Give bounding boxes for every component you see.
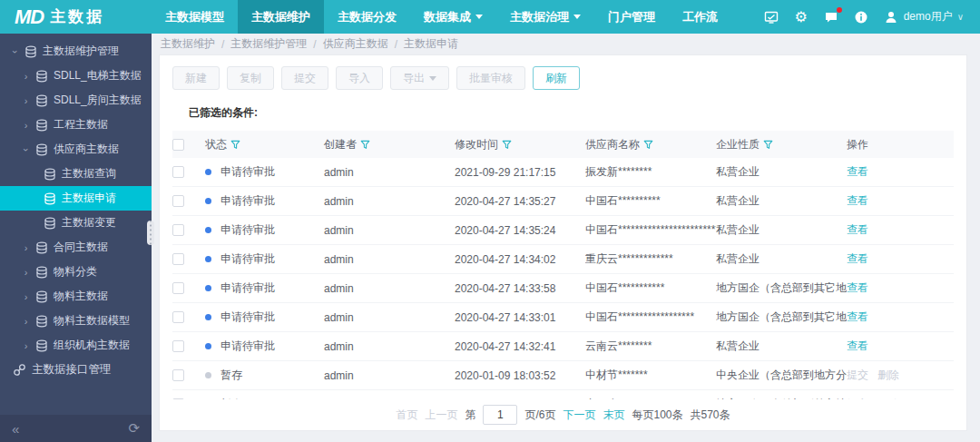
sidebar-item-label: SDLL_房间主数据 <box>54 93 142 108</box>
status-text: 申请待审批 <box>220 251 275 267</box>
row-checkbox[interactable] <box>172 224 184 236</box>
refresh-button[interactable]: 刷新 <box>533 66 580 90</box>
batch-audit-button[interactable]: 批量审核 <box>456 66 525 90</box>
sidebar-item-label: 主数据接口管理 <box>32 362 112 378</box>
chevron-down-icon[interactable]: › <box>10 47 21 55</box>
filter-funnel-icon[interactable] <box>643 140 653 150</box>
sidebar-item-master-data-application[interactable]: 主数据申请 <box>0 186 152 211</box>
data-table: 状态 创建者 修改时间 供应商名称 企业性质 操作 申请待审批 admin 20… <box>172 131 954 430</box>
sidebar-item-maintenance-management[interactable]: › 主数据维护管理 <box>0 39 152 64</box>
monitor-icon[interactable] <box>763 9 779 25</box>
breadcrumb-item[interactable]: 供应商主数据 <box>323 36 388 52</box>
row-checkbox[interactable] <box>172 166 184 178</box>
nav-item-master-data-maintenance[interactable]: 主数据维护 <box>238 0 324 34</box>
chevron-right-icon[interactable]: › <box>22 120 30 131</box>
view-link[interactable]: 查看 <box>847 339 868 354</box>
view-link[interactable]: 查看 <box>847 280 868 296</box>
first-page-link[interactable]: 首页 <box>396 408 417 423</box>
sidebar-item-master-data-change[interactable]: 主数据变更 <box>0 211 152 235</box>
next-page-link[interactable]: 下一页 <box>563 408 595 423</box>
sidebar-item-interface-management[interactable]: 主数据接口管理 <box>0 358 152 382</box>
sidebar-item-project-master-data[interactable]: › 工程主数据 <box>0 113 152 137</box>
sidebar-resize-handle[interactable] <box>147 221 154 245</box>
delete-link[interactable]: 删除 <box>877 368 899 383</box>
breadcrumb-item[interactable]: 主数据维护 <box>161 36 215 52</box>
collapse-sidebar-icon[interactable]: « <box>12 421 19 437</box>
nav-item-master-data-model[interactable]: 主数据模型 <box>152 0 238 34</box>
info-icon[interactable] <box>853 9 869 25</box>
view-link[interactable]: 查看 <box>847 164 868 180</box>
import-button[interactable]: 导入 <box>336 66 383 90</box>
chevron-right-icon[interactable]: › <box>22 316 30 327</box>
filter-funnel-icon[interactable] <box>502 140 512 150</box>
content-card: 新建 复制 提交 导入 导出 批量审核 刷新 已筛选的条件: 状态 创建者 修改… <box>159 54 967 431</box>
database-icon <box>35 143 48 156</box>
column-header-creator: 创建者 <box>324 137 357 152</box>
user-menu[interactable]: demo用户 ∨ <box>883 9 964 25</box>
view-link[interactable]: 查看 <box>847 222 868 238</box>
last-page-link[interactable]: 末页 <box>603 408 624 423</box>
filter-funnel-icon[interactable] <box>360 140 370 150</box>
supplier-name-cell: 中国石********** <box>585 193 716 209</box>
sidebar-item-sdll-room[interactable]: › SDLL_房间主数据 <box>0 88 152 113</box>
sidebar-item-master-data-query[interactable]: 主数据查询 <box>0 162 152 186</box>
enterprise-nature-cell: 地方国企（含总部到其它地方... <box>716 309 847 325</box>
copy-button[interactable]: 复制 <box>227 66 274 90</box>
gear-icon[interactable]: ⚙ <box>793 9 809 25</box>
breadcrumb-item[interactable]: 主数据维护管理 <box>230 36 307 52</box>
new-button[interactable]: 新建 <box>172 66 220 90</box>
chevron-right-icon[interactable]: › <box>22 291 30 302</box>
nav-item-master-data-distribution[interactable]: 主数据分发 <box>324 0 410 34</box>
submit-link[interactable]: 提交 <box>847 368 868 383</box>
notification-badge <box>837 7 842 13</box>
chevron-right-icon[interactable]: › <box>22 242 30 253</box>
message-icon[interactable] <box>823 9 839 25</box>
chevron-right-icon[interactable]: › <box>22 95 30 106</box>
select-all-checkbox[interactable] <box>172 139 184 151</box>
view-link[interactable]: 查看 <box>847 251 868 267</box>
row-checkbox[interactable] <box>172 369 184 381</box>
sidebar-item-material-master-data[interactable]: › 物料主数据 <box>0 284 152 309</box>
row-checkbox[interactable] <box>172 195 184 207</box>
nav-item-master-data-governance[interactable]: 主数据治理 <box>496 0 594 34</box>
prev-page-link[interactable]: 上一页 <box>425 408 457 423</box>
sidebar-item-supplier-master-data[interactable]: › 供应商主数据 <box>0 137 152 162</box>
row-checkbox[interactable] <box>172 340 184 352</box>
enterprise-nature-cell: 私营企业 <box>716 164 847 180</box>
database-icon <box>35 241 48 254</box>
filter-funnel-icon[interactable] <box>763 140 773 150</box>
column-header-modified-time: 修改时间 <box>455 137 498 152</box>
view-link[interactable]: 查看 <box>847 309 868 325</box>
modified-time-cell: 2020-04-27 14:33:58 <box>455 282 585 295</box>
nav-label: 工作流 <box>682 9 718 25</box>
status-text: 申请待审批 <box>220 339 275 354</box>
sidebar-item-contract-master-data[interactable]: › 合同主数据 <box>0 235 152 260</box>
nav-item-portal-management[interactable]: 门户管理 <box>594 0 669 34</box>
sidebar-item-label: 组织机构主数据 <box>54 338 130 353</box>
chevron-down-icon[interactable]: › <box>21 145 32 153</box>
sidebar-item-organization-master-data[interactable]: › 组织机构主数据 <box>0 333 152 358</box>
nav-item-workflow[interactable]: 工作流 <box>669 0 731 34</box>
top-nav: 主数据模型 主数据维护 主数据分发 数据集成 主数据治理 门户管理 工作流 <box>152 0 731 34</box>
sidebar-item-material-category[interactable]: › 物料分类 <box>0 260 152 284</box>
row-checkbox[interactable] <box>172 282 184 294</box>
refresh-tree-icon[interactable]: ⟳ <box>128 420 140 437</box>
export-dropdown-button[interactable]: 导出 <box>390 66 449 90</box>
chevron-right-icon[interactable]: › <box>22 71 30 82</box>
status-dot <box>205 169 211 175</box>
row-checkbox[interactable] <box>172 311 184 323</box>
sidebar-item-sdll-elevator[interactable]: › SDLL_电梯主数据 <box>0 64 152 88</box>
status-dot <box>205 372 211 378</box>
chevron-right-icon[interactable]: › <box>22 267 30 278</box>
database-icon <box>35 266 48 279</box>
page-number-input[interactable] <box>483 405 517 425</box>
enterprise-nature-cell: 私营企业 <box>716 193 847 209</box>
view-link[interactable]: 查看 <box>847 193 868 209</box>
filter-funnel-icon[interactable] <box>230 140 240 150</box>
submit-button[interactable]: 提交 <box>281 66 328 90</box>
sidebar-item-material-master-data-model[interactable]: › 物料主数据模型 <box>0 309 152 333</box>
column-header-status: 状态 <box>205 137 227 152</box>
nav-item-data-integration[interactable]: 数据集成 <box>410 0 496 34</box>
chevron-right-icon[interactable]: › <box>22 340 30 351</box>
row-checkbox[interactable] <box>172 253 184 265</box>
